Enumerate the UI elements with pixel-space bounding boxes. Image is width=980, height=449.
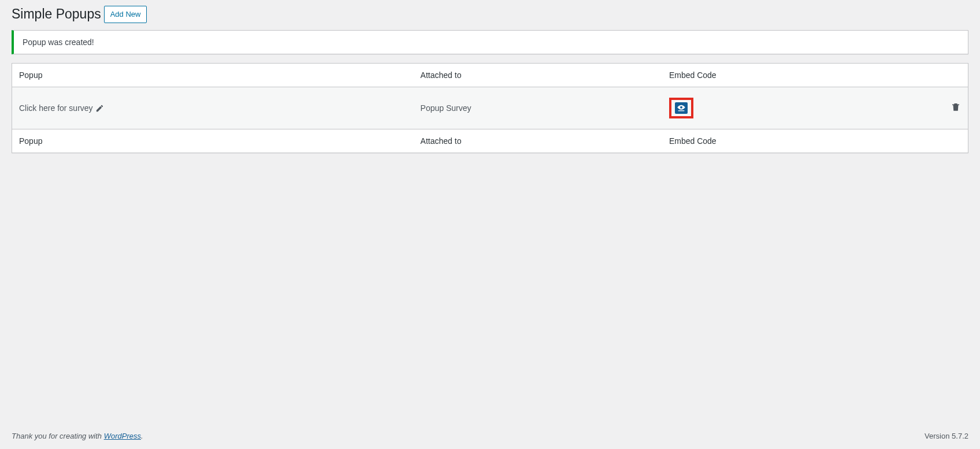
popup-name-link[interactable]: Click here for survey [19,103,104,113]
column-footer-popup: Popup [12,129,414,153]
page-title: Simple Popups [12,6,101,23]
column-footer-embed-code: Embed Code [662,129,873,153]
wordpress-link[interactable]: WordPress [104,432,141,440]
column-header-actions [873,63,968,87]
footer: Thank you for creating with WordPress. V… [0,423,980,449]
trash-icon[interactable] [951,105,961,114]
embed-highlight [669,98,693,118]
attached-to-cell: Popup Survey [414,87,662,129]
edit-icon[interactable] [95,103,104,113]
column-header-popup: Popup [12,63,414,87]
column-footer-attached-to: Attached to [414,129,662,153]
notice-message: Popup was created! [23,38,959,47]
table-row: Click here for survey Popup Survey [12,87,968,129]
column-header-embed-code: Embed Code [662,63,873,87]
footer-thank-you-suffix: . [141,432,143,440]
add-new-button[interactable]: Add New [104,6,147,23]
preview-icon[interactable] [675,102,688,114]
column-footer-actions [873,129,968,153]
page-header: Simple Popups Add New [12,6,968,23]
version-label: Version 5.7.2 [925,432,968,440]
popup-name-text: Click here for survey [19,103,93,113]
footer-thank-you-prefix: Thank you for creating with [12,432,104,440]
column-header-attached-to: Attached to [414,63,662,87]
footer-credits: Thank you for creating with WordPress. [12,432,143,440]
svg-rect-0 [678,110,685,111]
success-notice: Popup was created! [12,30,968,54]
popups-table: Popup Attached to Embed Code Click here … [12,63,968,153]
